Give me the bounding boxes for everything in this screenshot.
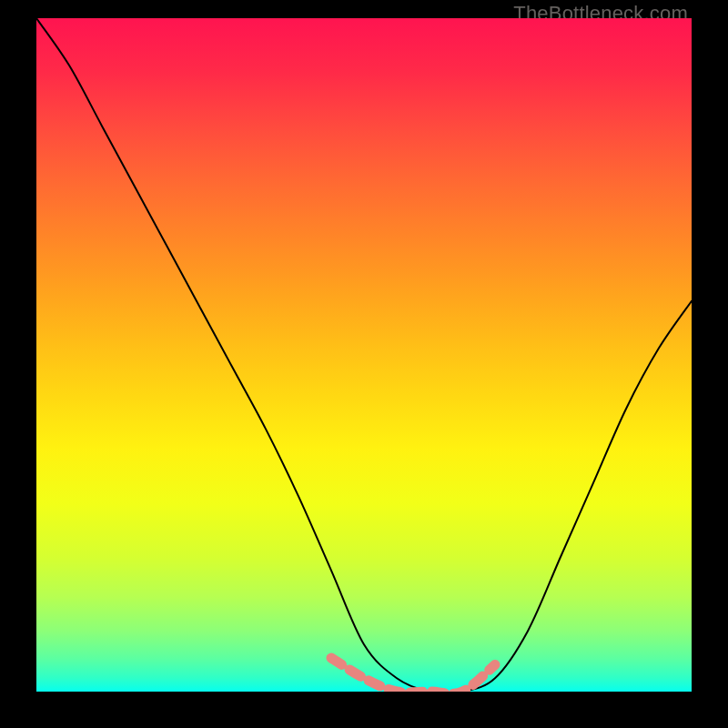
chart-container: TheBottleneck.com bbox=[0, 0, 728, 728]
plot-area bbox=[36, 18, 692, 692]
chart-svg bbox=[36, 18, 692, 692]
series-main-curve bbox=[36, 18, 692, 692]
